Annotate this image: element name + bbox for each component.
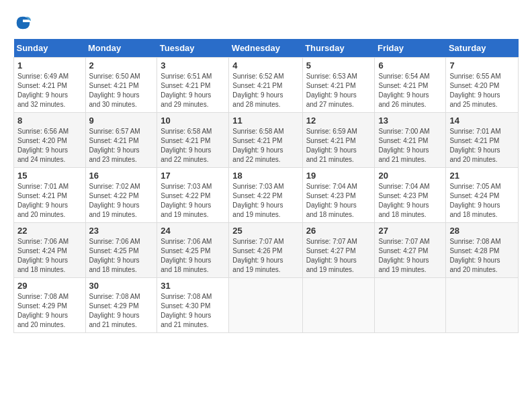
- calendar-cell: 3 Sunrise: 6:51 AM Sunset: 4:21 PM Dayli…: [157, 58, 229, 113]
- day-number: 30: [89, 281, 154, 291]
- day-info: Sunrise: 6:55 AM Sunset: 4:20 PM Dayligh…: [449, 72, 515, 109]
- day-number: 24: [161, 226, 225, 236]
- week-row-0: 1 Sunrise: 6:49 AM Sunset: 4:21 PM Dayli…: [14, 58, 519, 113]
- day-header-sunday: Sunday: [14, 39, 86, 58]
- day-info: Sunrise: 6:59 AM Sunset: 4:21 PM Dayligh…: [306, 127, 371, 165]
- calendar-cell: 4 Sunrise: 6:52 AM Sunset: 4:21 PM Dayli…: [229, 58, 302, 113]
- calendar-cell: 24 Sunrise: 7:06 AM Sunset: 4:25 PM Dayl…: [157, 223, 229, 278]
- calendar-cell: 13 Sunrise: 7:00 AM Sunset: 4:21 PM Dayl…: [375, 113, 446, 168]
- day-header-saturday: Saturday: [446, 39, 519, 58]
- calendar-cell: 29 Sunrise: 7:08 AM Sunset: 4:29 PM Dayl…: [14, 278, 86, 333]
- logo: [13, 13, 35, 32]
- day-info: Sunrise: 7:01 AM Sunset: 4:21 PM Dayligh…: [449, 127, 515, 165]
- week-row-4: 29 Sunrise: 7:08 AM Sunset: 4:29 PM Dayl…: [14, 278, 519, 333]
- day-number: 21: [449, 171, 515, 181]
- calendar-cell: 19 Sunrise: 7:04 AM Sunset: 4:23 PM Dayl…: [302, 168, 375, 223]
- day-info: Sunrise: 7:06 AM Sunset: 4:24 PM Dayligh…: [17, 237, 82, 275]
- day-info: Sunrise: 7:03 AM Sunset: 4:22 PM Dayligh…: [161, 182, 225, 220]
- day-info: Sunrise: 6:50 AM Sunset: 4:21 PM Dayligh…: [89, 72, 154, 109]
- day-number: 5: [306, 60, 371, 71]
- day-info: Sunrise: 7:06 AM Sunset: 4:25 PM Dayligh…: [161, 237, 225, 275]
- calendar-cell: 1 Sunrise: 6:49 AM Sunset: 4:21 PM Dayli…: [14, 58, 86, 113]
- calendar-cell: 26 Sunrise: 7:07 AM Sunset: 4:27 PM Dayl…: [302, 223, 375, 278]
- calendar-cell: [302, 278, 375, 333]
- day-info: Sunrise: 7:05 AM Sunset: 4:24 PM Dayligh…: [449, 182, 515, 220]
- day-info: Sunrise: 6:58 AM Sunset: 4:21 PM Dayligh…: [232, 127, 298, 165]
- calendar-cell: [446, 278, 519, 333]
- day-info: Sunrise: 7:03 AM Sunset: 4:22 PM Dayligh…: [232, 182, 298, 220]
- day-header-friday: Friday: [375, 39, 446, 58]
- day-number: 1: [17, 60, 82, 71]
- day-number: 3: [161, 60, 225, 71]
- day-info: Sunrise: 6:58 AM Sunset: 4:21 PM Dayligh…: [161, 127, 225, 165]
- day-number: 16: [89, 171, 154, 181]
- day-info: Sunrise: 6:56 AM Sunset: 4:20 PM Dayligh…: [17, 127, 82, 165]
- day-info: Sunrise: 7:07 AM Sunset: 4:26 PM Dayligh…: [232, 237, 298, 275]
- day-number: 18: [232, 171, 298, 181]
- day-number: 20: [378, 171, 442, 181]
- calendar-cell: 21 Sunrise: 7:05 AM Sunset: 4:24 PM Dayl…: [446, 168, 519, 223]
- calendar-cell: 12 Sunrise: 6:59 AM Sunset: 4:21 PM Dayl…: [302, 113, 375, 168]
- day-info: Sunrise: 6:57 AM Sunset: 4:21 PM Dayligh…: [89, 127, 154, 165]
- day-info: Sunrise: 7:08 AM Sunset: 4:28 PM Dayligh…: [449, 237, 515, 275]
- calendar-cell: 17 Sunrise: 7:03 AM Sunset: 4:22 PM Dayl…: [157, 168, 229, 223]
- day-number: 11: [232, 116, 298, 126]
- calendar-cell: 27 Sunrise: 7:07 AM Sunset: 4:27 PM Dayl…: [375, 223, 446, 278]
- day-info: Sunrise: 6:49 AM Sunset: 4:21 PM Dayligh…: [17, 72, 82, 109]
- calendar-header-row: SundayMondayTuesdayWednesdayThursdayFrid…: [14, 39, 519, 58]
- day-number: 28: [449, 226, 515, 236]
- day-info: Sunrise: 7:08 AM Sunset: 4:30 PM Dayligh…: [161, 292, 225, 330]
- day-number: 15: [17, 171, 82, 181]
- day-info: Sunrise: 7:01 AM Sunset: 4:21 PM Dayligh…: [17, 182, 82, 220]
- calendar-cell: 9 Sunrise: 6:57 AM Sunset: 4:21 PM Dayli…: [85, 113, 157, 168]
- calendar-cell: 25 Sunrise: 7:07 AM Sunset: 4:26 PM Dayl…: [229, 223, 302, 278]
- day-number: 8: [17, 116, 82, 126]
- calendar-cell: 31 Sunrise: 7:08 AM Sunset: 4:30 PM Dayl…: [157, 278, 229, 333]
- day-number: 2: [89, 60, 154, 71]
- day-number: 13: [378, 116, 442, 126]
- day-number: 19: [306, 171, 371, 181]
- day-number: 26: [306, 226, 371, 236]
- calendar-cell: 8 Sunrise: 6:56 AM Sunset: 4:20 PM Dayli…: [14, 113, 86, 168]
- day-number: 23: [89, 226, 154, 236]
- calendar-cell: 22 Sunrise: 7:06 AM Sunset: 4:24 PM Dayl…: [14, 223, 86, 278]
- day-info: Sunrise: 6:52 AM Sunset: 4:21 PM Dayligh…: [232, 72, 298, 109]
- calendar-cell: 23 Sunrise: 7:06 AM Sunset: 4:25 PM Dayl…: [85, 223, 157, 278]
- day-number: 29: [17, 281, 82, 291]
- day-header-thursday: Thursday: [302, 39, 375, 58]
- week-row-1: 8 Sunrise: 6:56 AM Sunset: 4:20 PM Dayli…: [14, 113, 519, 168]
- day-number: 7: [449, 60, 515, 71]
- day-number: 9: [89, 116, 154, 126]
- day-number: 25: [232, 226, 298, 236]
- day-info: Sunrise: 7:04 AM Sunset: 4:23 PM Dayligh…: [306, 182, 371, 220]
- day-number: 10: [161, 116, 225, 126]
- day-info: Sunrise: 7:08 AM Sunset: 4:29 PM Dayligh…: [17, 292, 82, 330]
- week-row-2: 15 Sunrise: 7:01 AM Sunset: 4:21 PM Dayl…: [14, 168, 519, 223]
- calendar-cell: [375, 278, 446, 333]
- day-info: Sunrise: 6:54 AM Sunset: 4:21 PM Dayligh…: [378, 72, 442, 109]
- day-info: Sunrise: 7:00 AM Sunset: 4:21 PM Dayligh…: [378, 127, 442, 165]
- calendar-cell: 16 Sunrise: 7:02 AM Sunset: 4:22 PM Dayl…: [85, 168, 157, 223]
- calendar-cell: 2 Sunrise: 6:50 AM Sunset: 4:21 PM Dayli…: [85, 58, 157, 113]
- day-number: 4: [232, 60, 298, 71]
- day-info: Sunrise: 7:02 AM Sunset: 4:22 PM Dayligh…: [89, 182, 154, 220]
- header: [13, 13, 519, 32]
- calendar-cell: 10 Sunrise: 6:58 AM Sunset: 4:21 PM Dayl…: [157, 113, 229, 168]
- day-header-wednesday: Wednesday: [229, 39, 302, 58]
- calendar-cell: 30 Sunrise: 7:08 AM Sunset: 4:29 PM Dayl…: [85, 278, 157, 333]
- day-number: 12: [306, 116, 371, 126]
- day-number: 17: [161, 171, 225, 181]
- day-number: 22: [17, 226, 82, 236]
- day-number: 14: [449, 116, 515, 126]
- calendar-cell: 14 Sunrise: 7:01 AM Sunset: 4:21 PM Dayl…: [446, 113, 519, 168]
- day-header-monday: Monday: [85, 39, 157, 58]
- calendar: SundayMondayTuesdayWednesdayThursdayFrid…: [13, 39, 519, 333]
- calendar-cell: 11 Sunrise: 6:58 AM Sunset: 4:21 PM Dayl…: [229, 113, 302, 168]
- calendar-cell: [229, 278, 302, 333]
- calendar-cell: 28 Sunrise: 7:08 AM Sunset: 4:28 PM Dayl…: [446, 223, 519, 278]
- day-info: Sunrise: 6:53 AM Sunset: 4:21 PM Dayligh…: [306, 72, 371, 109]
- calendar-cell: 5 Sunrise: 6:53 AM Sunset: 4:21 PM Dayli…: [302, 58, 375, 113]
- calendar-cell: 6 Sunrise: 6:54 AM Sunset: 4:21 PM Dayli…: [375, 58, 446, 113]
- day-info: Sunrise: 7:04 AM Sunset: 4:23 PM Dayligh…: [378, 182, 442, 220]
- day-info: Sunrise: 7:06 AM Sunset: 4:25 PM Dayligh…: [89, 237, 154, 275]
